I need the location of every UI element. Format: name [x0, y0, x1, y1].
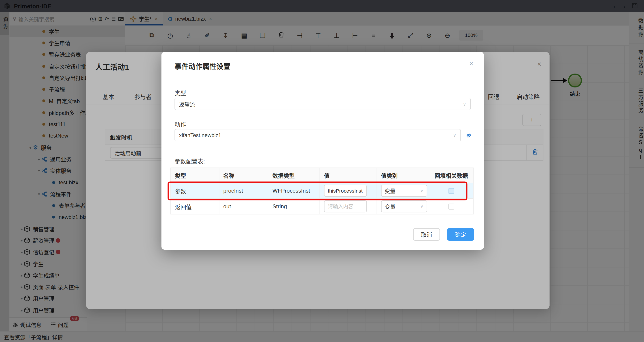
chevron-down-icon: ∨ — [420, 188, 423, 193]
chevron-down-icon: ∨ — [463, 101, 466, 107]
param-table-cell: WFProcessInst — [268, 183, 320, 198]
event-action-settings-modal: 事件动作属性设置 × 类型 逻辑流 ∨ 动作 xifanTest.newbiz1… — [162, 52, 484, 250]
param-table-cell — [429, 183, 473, 198]
param-table-header-cell: 值 — [320, 168, 377, 183]
param-table-cell: 变量∨ — [377, 199, 429, 214]
ok-button[interactable]: 确定 — [448, 228, 474, 241]
param-table-cell: String — [268, 199, 320, 214]
param-name: procInst — [223, 188, 243, 194]
param-table-row: 返回值outString变量∨ — [171, 199, 473, 214]
param-value-input[interactable] — [324, 200, 367, 212]
link-logic-flow-icon[interactable] — [464, 132, 473, 141]
param-table-header-cell: 数据类型 — [268, 168, 320, 183]
param-data-type: WFProcessInst — [272, 188, 310, 194]
value-kind-select[interactable]: 变量∨ — [381, 185, 427, 196]
cancel-button[interactable]: 取消 — [413, 228, 440, 241]
param-table-label: 参数配置表: — [174, 157, 205, 165]
param-table-cell: procInst — [219, 183, 268, 198]
param-table-cell: 参数 — [171, 183, 219, 198]
backfill-checkbox[interactable] — [448, 204, 454, 209]
param-table-header-cell: 类型 — [171, 168, 219, 183]
param-table-cell: out — [219, 199, 268, 214]
param-value-input[interactable] — [324, 185, 367, 196]
action-select[interactable]: xifanTest.newbiz1 ∨ — [174, 129, 461, 141]
param-table-cell: 变量∨ — [377, 183, 429, 198]
param-table-cell — [320, 199, 377, 214]
backfill-checkbox[interactable] — [448, 188, 454, 194]
modal-title: 事件动作属性设置 — [174, 61, 230, 71]
action-label: 动作 — [174, 120, 186, 128]
type-select[interactable]: 逻辑流 ∨ — [174, 98, 471, 110]
param-config-table: 类型名称数据类型值值类别回填相关数据参数procInstWFProcessIns… — [170, 168, 474, 214]
param-table-header-cell: 名称 — [219, 168, 268, 183]
chevron-down-icon: ∨ — [420, 204, 423, 209]
modal-close-icon[interactable]: × — [469, 60, 473, 67]
primeton-ide-app: Primeton-IDE ‹ › 资源 ⚲ 输入关键字搜索 AI⊞⟳☰En 学生… — [0, 0, 644, 342]
param-table-header-cell: 值类别 — [377, 168, 429, 183]
param-table-row: 参数procInstWFProcessInst变量∨ — [171, 183, 473, 199]
chevron-down-icon: ∨ — [453, 132, 456, 138]
param-table-header-cell: 回填相关数据 — [429, 168, 473, 183]
param-table-cell — [320, 183, 377, 198]
param-data-type: String — [272, 203, 287, 210]
param-table-cell: 返回值 — [171, 199, 219, 214]
param-table-cell — [429, 199, 473, 214]
param-type: 返回值 — [175, 202, 192, 210]
value-kind-select[interactable]: 变量∨ — [381, 200, 427, 212]
param-table-header-row: 类型名称数据类型值值类别回填相关数据 — [171, 168, 473, 183]
param-type: 参数 — [175, 187, 186, 195]
type-label: 类型 — [174, 89, 186, 97]
param-name: out — [223, 203, 231, 210]
